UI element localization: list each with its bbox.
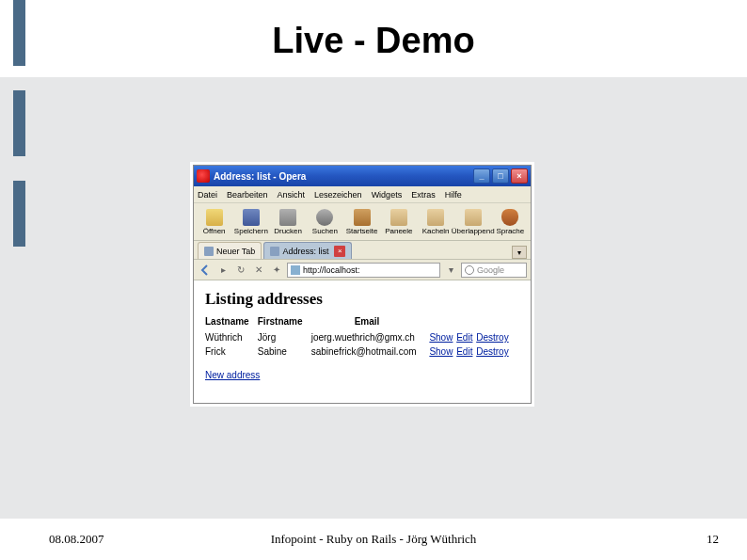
google-icon	[465, 265, 474, 275]
addr-dropdown[interactable]: ▾	[443, 263, 458, 278]
footer-center: Infopoint - Ruby on Rails - Jörg Wüthric…	[0, 532, 747, 547]
toolbar: Öffnen Speichern Drucken Suchen Startsei…	[194, 203, 531, 241]
menu-bookmarks[interactable]: Lesezeichen	[314, 190, 362, 200]
save-icon	[243, 209, 260, 226]
menu-help[interactable]: Hilfe	[445, 190, 462, 200]
menu-widgets[interactable]: Widgets	[372, 190, 403, 200]
cell-firstname: Jörg	[258, 330, 311, 344]
edit-link[interactable]: Edit	[456, 332, 472, 343]
overlap-button[interactable]: Überlappend	[454, 209, 492, 235]
col-lastname: Lastname	[205, 314, 258, 330]
table-row: Wüthrich Jörg joerg.wuethrich@gmx.ch Sho…	[205, 330, 519, 344]
search-button[interactable]: Suchen	[307, 209, 343, 235]
save-button[interactable]: Speichern	[232, 209, 269, 235]
home-icon	[354, 209, 371, 226]
tab-close-button[interactable]: ×	[334, 246, 345, 257]
search-icon	[316, 209, 333, 226]
folder-icon	[206, 209, 223, 226]
browser-window: Address: list - Opera _ □ × Datei Bearbe…	[193, 165, 532, 404]
tab-new[interactable]: Neuer Tab	[198, 242, 262, 259]
print-icon	[279, 209, 296, 226]
footer-date: 08.08.2007	[49, 532, 104, 547]
url-icon	[291, 265, 300, 275]
wand-button[interactable]: ✦	[269, 263, 284, 278]
cell-email: sabinefrick@hotmail.com	[311, 344, 429, 359]
maximize-button[interactable]: □	[492, 168, 509, 184]
menu-view[interactable]: Ansicht	[278, 190, 306, 200]
minimize-button[interactable]: _	[473, 168, 490, 184]
menu-edit[interactable]: Bearbeiten	[227, 190, 268, 200]
menu-extras[interactable]: Extras	[411, 190, 436, 200]
print-button[interactable]: Drucken	[270, 209, 307, 235]
voice-icon	[501, 209, 518, 226]
tab-dropdown[interactable]: ▾	[512, 246, 527, 259]
cell-lastname: Frick	[205, 344, 258, 359]
search-input[interactable]: Google	[461, 263, 527, 278]
tab-address-list[interactable]: Address: list ×	[263, 242, 352, 259]
footer-page: 12	[707, 532, 719, 547]
table-row: Frick Sabine sabinefrick@hotmail.com Sho…	[205, 344, 519, 359]
cell-lastname: Wüthrich	[205, 330, 258, 344]
slide-title: Live - Demo	[0, 21, 747, 61]
menubar: Datei Bearbeiten Ansicht Lesezeichen Wid…	[194, 186, 531, 203]
col-firstname: Firstname	[258, 314, 311, 330]
tile-button[interactable]: Kacheln	[418, 209, 454, 235]
destroy-link[interactable]: Destroy	[476, 332, 508, 343]
show-link[interactable]: Show	[429, 332, 453, 343]
destroy-link[interactable]: Destroy	[476, 346, 508, 357]
titlebar[interactable]: Address: list - Opera _ □ ×	[194, 166, 531, 186]
edit-link[interactable]: Edit	[456, 346, 472, 357]
address-table: Lastname Firstname Email Wüthrich Jörg j…	[205, 314, 519, 359]
page-icon	[270, 247, 279, 256]
overlap-icon	[465, 209, 482, 226]
col-email: Email	[311, 314, 429, 330]
opera-icon	[197, 169, 210, 183]
panels-button[interactable]: Paneele	[380, 209, 417, 235]
voice-button[interactable]: Sprache	[492, 209, 529, 235]
show-link[interactable]: Show	[429, 346, 453, 357]
address-input[interactable]: http://localhost:	[287, 263, 440, 278]
open-button[interactable]: Öffnen	[196, 209, 232, 235]
cell-firstname: Sabine	[258, 344, 311, 359]
home-button[interactable]: Startseite	[343, 209, 380, 235]
navbar: ▸ ↻ ✕ ✦ http://localhost: ▾ Google	[194, 260, 531, 280]
close-button[interactable]: ×	[511, 168, 528, 184]
forward-button[interactable]: ▸	[215, 263, 230, 278]
page-content: Listing addresses Lastname Firstname Ema…	[194, 280, 531, 403]
tabbar: Neuer Tab Address: list × ▾	[194, 241, 531, 260]
tile-icon	[427, 209, 444, 226]
reload-button[interactable]: ↻	[233, 263, 248, 278]
menu-file[interactable]: Datei	[198, 190, 217, 200]
new-address-link[interactable]: New address	[205, 370, 260, 380]
back-button[interactable]	[198, 263, 213, 278]
stop-button[interactable]: ✕	[251, 263, 266, 278]
slide-footer: 08.08.2007 Infopoint - Ruby on Rails - J…	[0, 530, 747, 549]
page-icon	[204, 247, 214, 256]
panel-icon	[390, 209, 407, 226]
window-title: Address: list - Opera	[214, 171, 473, 182]
content-heading: Listing addresses	[205, 290, 519, 309]
cell-email: joerg.wuethrich@gmx.ch	[311, 330, 429, 344]
